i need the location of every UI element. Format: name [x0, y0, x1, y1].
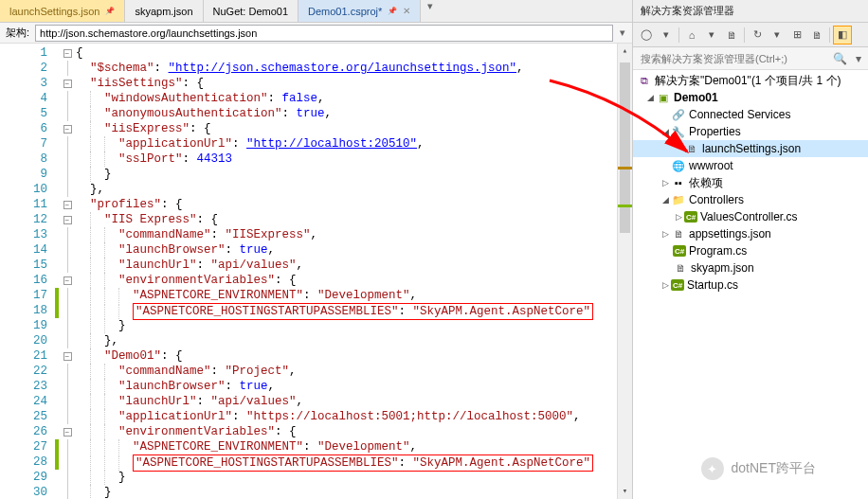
fold-icon[interactable]: − [63, 216, 72, 224]
tab-launchsettings[interactable]: launchSettings.json📌 [0, 0, 125, 22]
fold-icon[interactable]: − [63, 352, 72, 361]
watermark: ✦ dotNET跨平台 [701, 457, 816, 480]
forward-icon[interactable]: ▾ [657, 26, 676, 45]
controllers-node[interactable]: ◢📁Controllers [633, 191, 868, 208]
program-node[interactable]: C#Program.cs [633, 242, 868, 259]
scrollbar-thumb[interactable] [620, 62, 630, 233]
solution-icon: ⧉ [637, 73, 652, 88]
globe-icon: 🌐 [671, 158, 686, 173]
scroll-up-icon[interactable]: ▴ [618, 44, 632, 59]
json-icon: 🗎 [684, 141, 699, 156]
schema-bar: 架构: ▾ [0, 23, 632, 44]
search-dropdown-icon[interactable]: ▾ [849, 52, 868, 65]
solution-explorer: 解决方案资源管理器 ◯ ▾ ⌂ ▾ 🗎 ↻ ▾ ⊞ 🗎 ◧ 🔍 ▾ ⧉解决方案"… [633, 0, 868, 499]
schema-input[interactable] [35, 25, 613, 42]
fold-icon[interactable]: − [63, 80, 72, 88]
panel-title: 解决方案资源管理器 [633, 0, 868, 23]
close-icon[interactable]: ✕ [403, 6, 410, 16]
csharp-icon: C# [684, 211, 697, 223]
properties-icon[interactable]: ⊞ [787, 26, 806, 45]
wrench-icon: 🔧 [671, 124, 686, 139]
collapse-icon[interactable]: ▾ [768, 26, 787, 45]
scroll-mark [618, 205, 632, 207]
preview-icon[interactable]: 🗎 [807, 26, 826, 45]
tab-bar: launchSettings.json📌 skyapm.json NuGet: … [0, 0, 632, 23]
fold-column: −−−−−−−− [59, 44, 76, 499]
valuescontroller-node[interactable]: ▷C#ValuesController.cs [633, 208, 868, 225]
json-icon: 🗎 [671, 226, 686, 241]
schema-dropdown-icon[interactable]: ▾ [613, 27, 632, 39]
solution-node[interactable]: ⧉解决方案"Demo01"(1 个项目/共 1 个) [633, 72, 868, 89]
tab-nuget[interactable]: NuGet: Demo01 [204, 0, 298, 22]
chevron-down-icon[interactable]: ◢ [644, 93, 656, 102]
search-icon[interactable]: 🔍 [830, 52, 849, 65]
tab-csproj[interactable]: Demo01.csproj*📌✕ [298, 0, 421, 22]
code-editor[interactable]: 1234567891011121314151617181920212223242… [0, 44, 632, 499]
chevron-right-icon[interactable]: ▷ [660, 280, 671, 290]
schema-label: 架构: [0, 26, 35, 40]
launchsettings-node[interactable]: 🗎launchSettings.json [633, 140, 868, 157]
appsettings-node[interactable]: ▷🗎appsettings.json [633, 225, 868, 242]
code-lines[interactable]: { "$schema": "http://json.schemastore.or… [76, 44, 617, 499]
deps-icon: ▪▪ [671, 175, 686, 190]
search-input[interactable] [633, 53, 830, 64]
startup-node[interactable]: ▷C#Startup.cs [633, 276, 868, 294]
properties-node[interactable]: ◢🔧Properties [633, 123, 868, 140]
chevron-down-icon[interactable]: ◢ [660, 195, 671, 205]
back-icon[interactable]: ◯ [637, 26, 656, 45]
show-all-icon[interactable]: 🗎 [722, 26, 741, 45]
scroll-mark [618, 167, 632, 169]
fold-icon[interactable]: − [63, 276, 72, 285]
connected-services-node[interactable]: 🔗Connected Services [633, 106, 868, 123]
project-node[interactable]: ◢▣Demo01 [633, 89, 868, 106]
csharp-icon: C# [673, 245, 686, 257]
vertical-scrollbar[interactable]: ▴ ▾ [617, 44, 632, 499]
solution-search: 🔍 ▾ [633, 47, 868, 70]
pin-icon: 📌 [388, 7, 397, 15]
connected-icon: 🔗 [671, 107, 686, 122]
chevron-right-icon[interactable]: ▷ [660, 229, 671, 239]
fold-icon[interactable]: − [63, 201, 72, 209]
json-icon: 🗎 [673, 260, 688, 276]
wwwroot-node[interactable]: 🌐wwwroot [633, 157, 868, 174]
view-icon[interactable]: ◧ [833, 26, 852, 45]
csharp-project-icon: ▣ [656, 90, 671, 105]
home-icon[interactable]: ⌂ [682, 26, 701, 45]
fold-icon[interactable]: − [63, 428, 72, 437]
fold-icon[interactable]: − [63, 49, 72, 58]
sync-icon[interactable]: ▾ [702, 26, 721, 45]
csharp-icon: C# [671, 279, 684, 291]
solution-tree: ⧉解决方案"Demo01"(1 个项目/共 1 个) ◢▣Demo01 🔗Con… [633, 70, 868, 499]
line-gutter: 1234567891011121314151617181920212223242… [0, 44, 55, 499]
chevron-right-icon[interactable]: ▷ [660, 178, 671, 187]
solution-toolbar: ◯ ▾ ⌂ ▾ 🗎 ↻ ▾ ⊞ 🗎 ◧ [633, 23, 868, 47]
skyapm-node[interactable]: 🗎skyapm.json [633, 259, 868, 276]
wechat-icon: ✦ [701, 457, 724, 480]
chevron-down-icon[interactable]: ◢ [660, 127, 671, 136]
tab-overflow-icon[interactable]: ▾ [421, 0, 440, 22]
refresh-icon[interactable]: ↻ [748, 26, 767, 45]
tab-skyapm[interactable]: skyapm.json [125, 0, 203, 22]
fold-icon[interactable]: − [63, 125, 72, 134]
chevron-right-icon[interactable]: ▷ [673, 212, 684, 222]
scroll-down-icon[interactable]: ▾ [618, 484, 632, 499]
folder-icon: 📁 [671, 192, 686, 207]
pin-icon: 📌 [105, 7, 115, 15]
dependencies-node[interactable]: ▷▪▪依赖项 [633, 174, 868, 191]
